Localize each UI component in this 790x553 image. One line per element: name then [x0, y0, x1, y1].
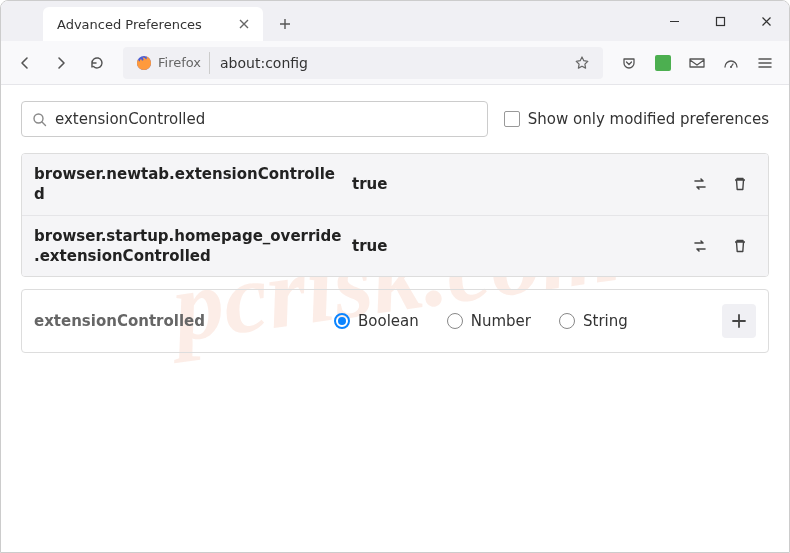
- delete-button[interactable]: [724, 168, 756, 200]
- minimize-button[interactable]: [651, 1, 697, 41]
- radio-label: String: [583, 312, 628, 330]
- bookmark-star-icon[interactable]: [566, 55, 598, 71]
- toolbar-icons: [613, 47, 781, 79]
- search-input[interactable]: [55, 110, 477, 128]
- back-button[interactable]: [9, 47, 41, 79]
- svg-point-2: [730, 66, 732, 68]
- checkbox-icon: [504, 111, 520, 127]
- identity-label: Firefox: [158, 55, 201, 70]
- pref-value: true: [344, 237, 684, 255]
- search-icon: [32, 112, 47, 127]
- url-text: about:config: [210, 55, 566, 71]
- tab-close-icon[interactable]: [235, 15, 253, 33]
- preferences-list: browser.newtab.extensionControlled true …: [21, 153, 769, 277]
- titlebar: Advanced Preferences: [1, 1, 789, 41]
- identity-block[interactable]: Firefox: [128, 52, 210, 74]
- window-controls: [651, 1, 789, 41]
- tab-title: Advanced Preferences: [57, 17, 235, 32]
- pref-value: true: [344, 175, 684, 193]
- radio-string[interactable]: String: [559, 312, 628, 330]
- toggle-button[interactable]: [684, 230, 716, 262]
- type-radio-group: Boolean Number String: [334, 312, 722, 330]
- content: Show only modified preferences browser.n…: [1, 85, 789, 369]
- pocket-icon[interactable]: [613, 47, 645, 79]
- pref-name: browser.startup.homepage_override.extens…: [34, 226, 344, 267]
- firefox-icon: [136, 55, 152, 71]
- extension-icon[interactable]: [647, 47, 679, 79]
- radio-label: Number: [471, 312, 531, 330]
- radio-icon: [447, 313, 463, 329]
- forward-button[interactable]: [45, 47, 77, 79]
- add-button[interactable]: [722, 304, 756, 338]
- search-box[interactable]: [21, 101, 488, 137]
- search-row: Show only modified preferences: [21, 101, 769, 137]
- svg-rect-0: [716, 17, 724, 25]
- close-button[interactable]: [743, 1, 789, 41]
- create-preference-row: extensionControlled Boolean Number Strin…: [21, 289, 769, 353]
- radio-number[interactable]: Number: [447, 312, 531, 330]
- reload-button[interactable]: [81, 47, 113, 79]
- pref-name: browser.newtab.extensionControlled: [34, 164, 344, 205]
- tab-advanced-preferences[interactable]: Advanced Preferences: [43, 7, 263, 41]
- menu-button[interactable]: [749, 47, 781, 79]
- toggle-button[interactable]: [684, 168, 716, 200]
- pref-actions: [684, 230, 756, 262]
- maximize-button[interactable]: [697, 1, 743, 41]
- show-modified-checkbox[interactable]: Show only modified preferences: [504, 110, 769, 128]
- dashboard-icon[interactable]: [715, 47, 747, 79]
- pref-actions: [684, 168, 756, 200]
- newtab-button[interactable]: [271, 10, 299, 38]
- radio-icon: [334, 313, 350, 329]
- mail-icon[interactable]: [681, 47, 713, 79]
- radio-boolean[interactable]: Boolean: [334, 312, 419, 330]
- checkbox-label: Show only modified preferences: [528, 110, 769, 128]
- url-bar[interactable]: Firefox about:config: [123, 47, 603, 79]
- toolbar: Firefox about:config: [1, 41, 789, 85]
- radio-label: Boolean: [358, 312, 419, 330]
- create-pref-name: extensionControlled: [34, 312, 334, 330]
- pref-row: browser.newtab.extensionControlled true: [22, 154, 768, 215]
- pref-row: browser.startup.homepage_override.extens…: [22, 215, 768, 277]
- radio-icon: [559, 313, 575, 329]
- delete-button[interactable]: [724, 230, 756, 262]
- browser-window: Advanced Preferences: [0, 0, 790, 553]
